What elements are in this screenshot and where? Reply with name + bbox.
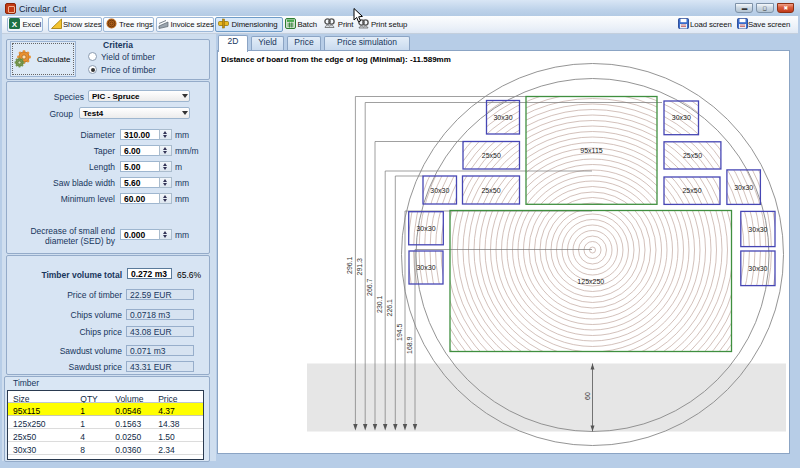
svg-text:30x30: 30x30 — [430, 187, 449, 194]
svg-text:30x30: 30x30 — [672, 114, 691, 121]
svg-text:291.3: 291.3 — [356, 258, 363, 276]
svg-text:25x50: 25x50 — [683, 152, 702, 159]
svg-text:95x115: 95x115 — [580, 147, 603, 154]
svg-text:30x30: 30x30 — [734, 184, 753, 191]
svg-text:X: X — [12, 20, 18, 29]
svg-text:60: 60 — [584, 392, 591, 400]
svg-text:168.9: 168.9 — [406, 336, 413, 354]
svg-text:30x30: 30x30 — [748, 265, 767, 272]
svg-text:30x30: 30x30 — [493, 114, 512, 121]
svg-text:25x50: 25x50 — [482, 152, 501, 159]
svg-text:230.1: 230.1 — [376, 295, 383, 313]
svg-text:25x50: 25x50 — [481, 187, 500, 194]
svg-text:226.1: 226.1 — [386, 299, 393, 317]
svg-text:25x50: 25x50 — [682, 187, 701, 194]
svg-text:30x30: 30x30 — [416, 225, 435, 232]
svg-text:194.5: 194.5 — [396, 323, 403, 341]
svg-text:296.1: 296.1 — [346, 256, 353, 274]
svg-text:266.7: 266.7 — [366, 278, 373, 296]
svg-text:30x30: 30x30 — [416, 264, 435, 271]
svg-text:30x30: 30x30 — [748, 226, 767, 233]
svg-text:125x250: 125x250 — [577, 278, 604, 285]
